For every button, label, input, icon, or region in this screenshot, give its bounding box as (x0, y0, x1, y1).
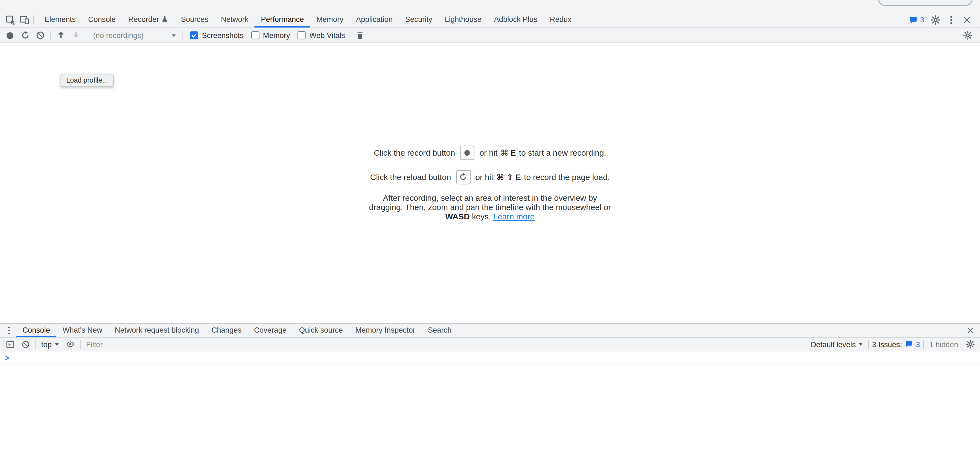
javascript-context-value: top (41, 340, 52, 349)
console-sidebar-toggle-button[interactable] (4, 338, 16, 351)
toolbar-separator (35, 340, 35, 349)
reload-hint-button[interactable] (456, 170, 471, 184)
web-vitals-checkbox-group[interactable]: Web Vitals (298, 31, 345, 40)
instructions-keys: WASD (445, 212, 469, 221)
tab-label: Memory (317, 15, 344, 24)
drawer: Console What's New Network request block… (0, 324, 980, 459)
capture-settings-gear-button[interactable] (961, 29, 974, 41)
tab-label: Console (88, 15, 116, 24)
tab-recorder[interactable]: Recorder (122, 12, 175, 27)
console-prompt-chevron-icon (5, 355, 10, 360)
reload-record-button[interactable] (19, 29, 32, 41)
drawer-tab-label: What's New (63, 325, 102, 334)
screenshots-checkbox[interactable] (190, 31, 198, 39)
drawer-tab-label: Search (428, 325, 452, 334)
garbage-collect-button[interactable] (354, 29, 366, 41)
save-profile-button[interactable] (70, 29, 82, 41)
tab-label: Recorder (128, 15, 159, 24)
record-hint-prefix: Click the record button (374, 148, 455, 157)
live-expression-eye-button[interactable] (64, 338, 77, 351)
page-element-cutoff (878, 0, 972, 6)
reload-hint-prefix: Click the reload button (370, 172, 451, 182)
console-messages-area[interactable] (0, 365, 980, 459)
clear-button[interactable] (33, 29, 46, 41)
tab-adblock-plus[interactable]: Adblock Plus (488, 12, 544, 27)
tab-label: Application (356, 15, 393, 24)
screenshots-checkbox-group[interactable]: Screenshots (190, 31, 243, 40)
hidden-messages-label: 1 hidden (929, 340, 958, 349)
device-toolbar-button[interactable] (18, 13, 31, 27)
memory-checkbox-group[interactable]: Memory (251, 31, 290, 40)
reload-hint-line: Click the reload button or hit ⌘ ⇧ E to … (370, 170, 610, 184)
console-issues-button[interactable]: 3 Issues: 3 (872, 340, 920, 349)
instructions-tail: keys. (472, 212, 491, 221)
console-prompt[interactable] (0, 352, 980, 365)
close-drawer-button[interactable] (963, 324, 978, 337)
record-hint-button[interactable] (460, 145, 475, 160)
tab-label: Performance (261, 15, 304, 24)
chevron-down-icon (172, 34, 176, 37)
memory-label: Memory (263, 31, 290, 40)
inspect-element-button[interactable] (4, 13, 18, 27)
drawer-tab-label: Memory Inspector (355, 325, 415, 334)
close-devtools-button[interactable] (960, 13, 974, 27)
tab-lighthouse[interactable]: Lighthouse (439, 12, 488, 27)
drawer-tab-console[interactable]: Console (16, 324, 56, 337)
chevron-down-icon (859, 343, 863, 346)
record-hint-mid: or hit (480, 148, 498, 157)
learn-more-link[interactable]: Learn more (493, 212, 535, 221)
web-vitals-label: Web Vitals (310, 31, 345, 40)
drawer-tab-label: Quick source (299, 325, 343, 334)
instructions-text: After recording, select an area of inter… (369, 193, 611, 212)
drawer-tab-label: Network request blocking (115, 325, 199, 334)
recordings-dropdown-value: (no recordings) (93, 31, 143, 40)
load-profile-button[interactable] (54, 29, 67, 41)
tab-elements[interactable]: Elements (38, 12, 82, 27)
experiment-flask-icon (162, 16, 169, 22)
tab-redux[interactable]: Redux (544, 12, 578, 27)
record-hint-suffix: to start a new recording. (519, 148, 606, 157)
drawer-tab-quick-source[interactable]: Quick source (293, 324, 349, 337)
drawer-tab-changes[interactable]: Changes (205, 324, 248, 337)
clear-console-button[interactable] (19, 338, 32, 351)
tab-label: Elements (44, 15, 75, 24)
memory-checkbox[interactable] (251, 31, 259, 39)
settings-gear-button[interactable] (929, 13, 943, 27)
issues-bubble-icon (909, 15, 918, 24)
issues-bubble-icon (905, 340, 913, 348)
reload-hint-suffix: to record the page load. (524, 172, 610, 182)
console-filter-input[interactable] (84, 340, 805, 349)
console-settings-gear-button[interactable] (964, 338, 977, 351)
tab-network[interactable]: Network (215, 12, 255, 27)
drawer-more-tools-button[interactable] (2, 324, 16, 337)
tab-label: Adblock Plus (494, 15, 537, 24)
tab-sources[interactable]: Sources (175, 12, 215, 27)
drawer-tab-search[interactable]: Search (422, 324, 458, 337)
tab-application[interactable]: Application (350, 12, 399, 27)
log-levels-dropdown[interactable]: Default levels (808, 340, 865, 349)
recordings-dropdown[interactable]: (no recordings) (93, 31, 176, 40)
chevron-down-icon (55, 343, 59, 346)
console-issues-count: 3 (916, 340, 920, 349)
toolbar-separator (923, 340, 924, 349)
record-hint-keys: ⌘ E (501, 148, 516, 157)
drawer-tab-coverage[interactable]: Coverage (248, 324, 293, 337)
tab-label: Redux (550, 15, 571, 24)
tab-memory[interactable]: Memory (310, 12, 350, 27)
drawer-tab-whats-new[interactable]: What's New (56, 324, 108, 337)
tab-security[interactable]: Security (399, 12, 439, 27)
issues-button[interactable]: 3 (909, 15, 924, 24)
javascript-context-dropdown[interactable]: top (39, 340, 61, 349)
drawer-tab-memory-inspector[interactable]: Memory Inspector (349, 324, 422, 337)
tab-label: Lighthouse (445, 15, 481, 24)
reload-hint-keys: ⌘ ⇧ E (496, 172, 521, 182)
drawer-tab-network-request-blocking[interactable]: Network request blocking (108, 324, 205, 337)
tab-console[interactable]: Console (82, 12, 122, 27)
tab-performance[interactable]: Performance (255, 12, 310, 27)
web-vitals-checkbox[interactable] (298, 31, 306, 39)
more-options-button[interactable] (947, 13, 956, 27)
performance-landing: Click the record button or hit ⌘ E to st… (0, 43, 980, 324)
record-button[interactable] (4, 29, 16, 41)
toolbar-separator (80, 340, 80, 349)
drawer-tab-label: Changes (212, 325, 242, 334)
